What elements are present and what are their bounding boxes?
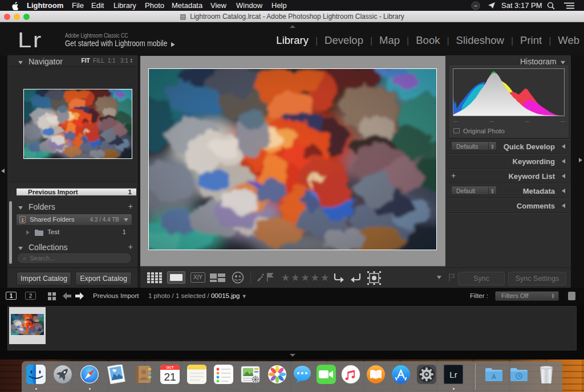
svg-text:Lr: Lr: [449, 370, 457, 379]
svg-text:21: 21: [164, 371, 176, 383]
svg-text:∞: ∞: [474, 3, 477, 9]
svg-text:OCT: OCT: [167, 366, 174, 369]
